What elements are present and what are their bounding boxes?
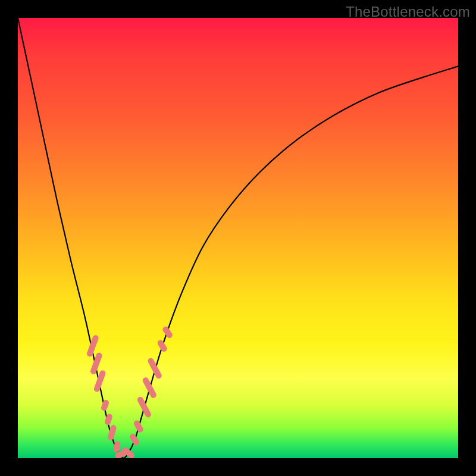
curve-marker [142,377,158,399]
curve-marker [133,419,144,433]
curve-marker [161,325,173,339]
chart-plot-area [18,18,458,458]
bottleneck-curve [18,18,458,458]
chart-svg [18,18,458,458]
watermark-text: TheBottleneck.com [346,4,470,20]
curve-marker [147,357,163,380]
chart-frame: TheBottleneck.com [0,0,476,476]
curve-marker [156,339,168,353]
curve-marker [101,399,110,412]
curve-marker [129,433,140,446]
curve-marker [136,396,152,418]
curve-markers [86,325,174,458]
curve-marker [104,413,113,425]
